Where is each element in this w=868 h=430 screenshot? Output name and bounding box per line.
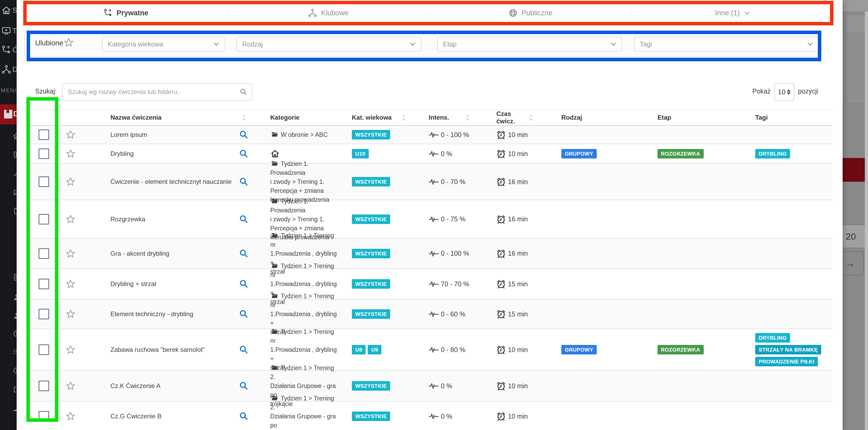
sort-icon[interactable]	[402, 114, 406, 121]
preview-icon[interactable]	[239, 149, 249, 158]
tab-label: Prywatne	[117, 9, 148, 17]
favorite-star-icon[interactable]	[65, 130, 75, 140]
page-size-value: 10	[778, 88, 785, 96]
favorite-star-icon[interactable]	[65, 249, 75, 258]
intensity-icon	[429, 150, 439, 157]
intensity-value: 0 - 80 %	[441, 346, 465, 354]
col-header-stage: Etap	[657, 114, 671, 121]
row-checkbox[interactable]	[38, 148, 49, 159]
row-checkbox[interactable]	[38, 248, 49, 259]
age-badge: WSZYSTKIE	[352, 279, 390, 289]
preview-icon[interactable]	[239, 249, 249, 258]
shoe-icon[interactable]	[13, 405, 17, 412]
page-size-stepper[interactable]: 10	[774, 83, 794, 101]
wrench-icon[interactable]	[13, 170, 17, 178]
folder-icon	[270, 328, 279, 335]
sort-icon[interactable]	[242, 114, 246, 121]
list-icon[interactable]	[13, 347, 17, 356]
favorite-star-icon[interactable]	[65, 411, 75, 421]
preview-icon[interactable]	[239, 214, 249, 224]
table-row: Drybling U10 0 % 10 min GRUPOWY ROZGRZEW…	[27, 144, 832, 164]
tab-klubowe[interactable]: Klubowe	[227, 3, 429, 23]
person-icon[interactable]	[13, 293, 17, 301]
filter-tagi[interactable]: Tagi	[634, 37, 819, 52]
clipboard-icon[interactable]	[13, 207, 17, 215]
tab-inne[interactable]: Inne (1)	[631, 3, 834, 23]
scrollbar[interactable]	[865, 11, 868, 430]
row-checkbox[interactable]	[38, 129, 49, 140]
intensity-value: 0 %	[441, 382, 452, 390]
book-icon[interactable]	[13, 151, 17, 158]
person-icon[interactable]	[13, 312, 17, 319]
row-checkbox[interactable]	[38, 177, 49, 187]
row-checkbox[interactable]	[38, 279, 49, 289]
col-header-categories: Kategorie	[270, 114, 300, 121]
favorite-star-icon[interactable]	[65, 214, 75, 224]
intensity-icon	[429, 382, 439, 390]
tab-label: Klubowe	[321, 9, 348, 17]
filter-placeholder: Tagi	[640, 40, 652, 48]
col-header-intensity[interactable]: Intens.	[429, 114, 449, 121]
sidebar-item-label: S	[12, 6, 17, 14]
col-header-time[interactable]: Czas ćwicz.	[496, 110, 529, 125]
preview-icon[interactable]	[239, 130, 249, 140]
exercise-name: Cz.K Ćwiczenie A	[111, 382, 160, 390]
intensity-value: 0 %	[441, 150, 452, 158]
exercise-name: Drybling + strzał	[111, 280, 156, 288]
document-icon[interactable]	[13, 273, 17, 281]
filter-etap[interactable]: Etap	[437, 37, 622, 52]
favorite-star-icon[interactable]	[65, 279, 75, 289]
favorite-star-icon[interactable]	[65, 309, 75, 319]
sidebar-item-c[interactable]: Ć	[0, 43, 17, 60]
sort-icon[interactable]	[465, 114, 470, 121]
preview-icon[interactable]	[239, 177, 249, 186]
favorite-star-icon[interactable]	[65, 381, 75, 391]
intensity-icon	[429, 216, 439, 223]
intensity-value: 0 - 100 %	[441, 131, 469, 139]
logout-icon[interactable]	[13, 386, 17, 394]
preview-icon[interactable]	[239, 279, 249, 289]
sidebar-item-active[interactable]: D	[0, 104, 17, 124]
table-row: Element techniczny - drybling Tydzien 1 …	[27, 300, 832, 329]
row-checkbox[interactable]	[38, 411, 49, 422]
sidebar-item-t[interactable]: T	[0, 24, 17, 41]
intensity-value: 0 - 60 %	[441, 310, 465, 318]
clock-icon[interactable]	[13, 367, 17, 374]
col-header-name[interactable]: Nazwa ćwiczenia	[111, 114, 161, 121]
background-topbar	[843, 0, 868, 12]
row-checkbox[interactable]	[38, 380, 49, 391]
search-input[interactable]	[63, 88, 240, 96]
intensity-icon	[429, 412, 439, 420]
row-checkbox[interactable]	[38, 214, 49, 224]
sort-icon[interactable]	[529, 114, 533, 121]
preview-icon[interactable]	[239, 411, 249, 421]
table-row: Lorem ipsum W obronie > ABC WSZYSTKIE 0 …	[27, 126, 832, 144]
exercise-name: Zabawa ruchowa "berek samolot"	[111, 346, 205, 354]
favorites-label: Ulubione	[35, 39, 63, 47]
folder-icon	[270, 232, 279, 239]
tag-badge: STRZAŁY NA BRAMKĘ	[755, 345, 821, 355]
home-icon[interactable]	[13, 132, 17, 140]
col-header-age[interactable]: Kat. wiekowa	[352, 114, 392, 121]
preview-icon[interactable]	[239, 309, 249, 319]
favorites-star-icon[interactable]	[63, 37, 74, 48]
sidebar-item-d[interactable]: D	[0, 62, 17, 79]
preview-icon[interactable]	[239, 381, 249, 391]
preview-icon[interactable]	[239, 345, 249, 355]
sidebar-item-s[interactable]: S	[0, 3, 17, 20]
table-row: Gra - akcent drybling Tydzien 1 > Trenin…	[27, 239, 832, 269]
row-checkbox[interactable]	[38, 309, 49, 319]
row-checkbox[interactable]	[38, 344, 49, 355]
tab-prywatne[interactable]: Prywatne	[25, 3, 227, 23]
tab-publiczne[interactable]: Publiczne	[429, 3, 631, 23]
intensity-icon	[429, 131, 439, 139]
favorite-star-icon[interactable]	[65, 177, 75, 187]
favorite-star-icon[interactable]	[65, 149, 75, 159]
laptop-icon[interactable]	[13, 188, 17, 196]
dollar-icon[interactable]	[13, 330, 17, 338]
filter-kategoria-wiekowa[interactable]: Kategoria wiekowa	[102, 37, 225, 52]
exercise-name: Drybling	[111, 150, 134, 157]
filter-rodzaj[interactable]: Rodzaj	[237, 37, 421, 52]
favorite-star-icon[interactable]	[65, 345, 75, 355]
stepper-arrows-icon[interactable]	[787, 89, 790, 95]
